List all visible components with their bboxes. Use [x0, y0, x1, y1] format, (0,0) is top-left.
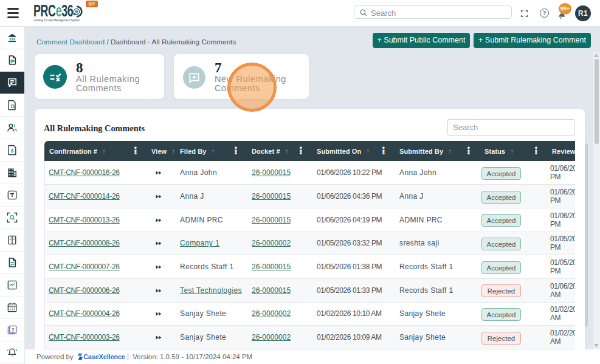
svg-text:?: ? [12, 327, 15, 333]
svg-text:$: $ [11, 148, 14, 154]
